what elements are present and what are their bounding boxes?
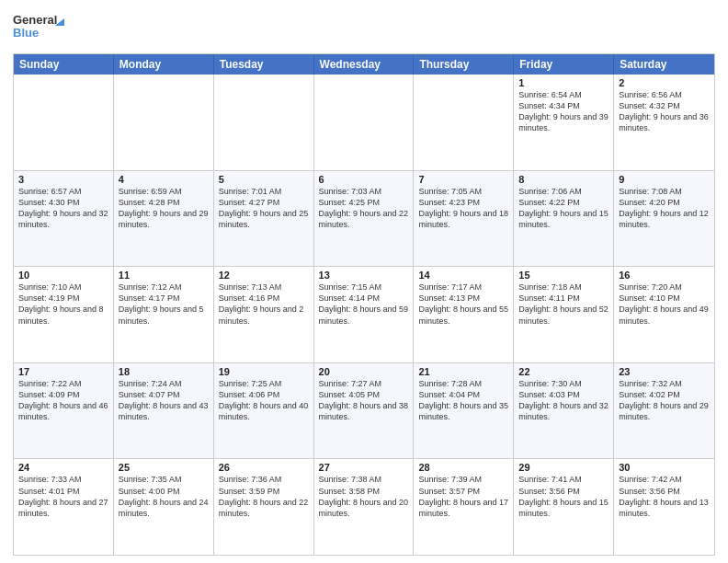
- day-cell-27: 27Sunrise: 7:38 AM Sunset: 3:58 PM Dayli…: [314, 459, 415, 555]
- day-cell-29: 29Sunrise: 7:41 AM Sunset: 3:56 PM Dayli…: [514, 459, 614, 555]
- day-info: Sunrise: 7:10 AM Sunset: 4:19 PM Dayligh…: [18, 282, 108, 327]
- day-number: 1: [518, 77, 609, 88]
- day-cell-8: 8Sunrise: 7:06 AM Sunset: 4:22 PM Daylig…: [514, 171, 614, 267]
- logo: General Blue: [13, 9, 68, 46]
- day-info: Sunrise: 7:22 AM Sunset: 4:09 PM Dayligh…: [18, 378, 108, 423]
- day-info: Sunrise: 7:12 AM Sunset: 4:17 PM Dayligh…: [119, 282, 209, 327]
- day-cell-12: 12Sunrise: 7:13 AM Sunset: 4:16 PM Dayli…: [214, 267, 314, 362]
- day-number: 10: [18, 270, 108, 281]
- day-number: 4: [119, 174, 209, 185]
- day-cell-5: 5Sunrise: 7:01 AM Sunset: 4:27 PM Daylig…: [214, 171, 314, 267]
- day-number: 11: [119, 270, 209, 281]
- day-info: Sunrise: 7:24 AM Sunset: 4:07 PM Dayligh…: [119, 378, 209, 423]
- day-number: 27: [319, 462, 409, 473]
- day-cell-14: 14Sunrise: 7:17 AM Sunset: 4:13 PM Dayli…: [414, 267, 514, 362]
- day-number: 23: [619, 366, 710, 377]
- day-cell-19: 19Sunrise: 7:25 AM Sunset: 4:06 PM Dayli…: [214, 363, 314, 459]
- day-cell-28: 28Sunrise: 7:39 AM Sunset: 3:57 PM Dayli…: [414, 459, 514, 555]
- day-info: Sunrise: 7:17 AM Sunset: 4:13 PM Dayligh…: [418, 282, 508, 327]
- calendar-header-row: SundayMondayTuesdayWednesdayThursdayFrid…: [14, 54, 714, 75]
- header-cell-saturday: Saturday: [614, 54, 714, 75]
- day-info: Sunrise: 7:25 AM Sunset: 4:06 PM Dayligh…: [219, 378, 309, 423]
- day-info: Sunrise: 7:05 AM Sunset: 4:23 PM Dayligh…: [418, 186, 508, 231]
- day-info: Sunrise: 7:42 AM Sunset: 3:56 PM Dayligh…: [619, 474, 710, 519]
- day-info: Sunrise: 7:08 AM Sunset: 4:20 PM Dayligh…: [619, 186, 710, 231]
- day-number: 18: [119, 366, 209, 377]
- day-number: 30: [619, 462, 710, 473]
- day-info: Sunrise: 7:18 AM Sunset: 4:11 PM Dayligh…: [518, 282, 609, 327]
- day-cell-15: 15Sunrise: 7:18 AM Sunset: 4:11 PM Dayli…: [514, 267, 614, 362]
- empty-cell-0-3: [314, 75, 415, 170]
- day-number: 26: [219, 462, 309, 473]
- day-cell-23: 23Sunrise: 7:32 AM Sunset: 4:02 PM Dayli…: [614, 363, 714, 459]
- week-row-1: 1Sunrise: 6:54 AM Sunset: 4:34 PM Daylig…: [14, 75, 714, 171]
- svg-text:Blue: Blue: [13, 26, 39, 40]
- day-cell-4: 4Sunrise: 6:59 AM Sunset: 4:28 PM Daylig…: [114, 171, 214, 267]
- day-info: Sunrise: 7:41 AM Sunset: 3:56 PM Dayligh…: [518, 474, 609, 519]
- day-cell-7: 7Sunrise: 7:05 AM Sunset: 4:23 PM Daylig…: [414, 171, 514, 267]
- day-cell-2: 2Sunrise: 6:56 AM Sunset: 4:32 PM Daylig…: [614, 75, 714, 170]
- day-number: 2: [619, 77, 710, 88]
- day-cell-16: 16Sunrise: 7:20 AM Sunset: 4:10 PM Dayli…: [614, 267, 714, 362]
- day-cell-3: 3Sunrise: 6:57 AM Sunset: 4:30 PM Daylig…: [14, 171, 114, 267]
- empty-cell-0-0: [14, 75, 114, 170]
- day-info: Sunrise: 7:06 AM Sunset: 4:22 PM Dayligh…: [518, 186, 609, 231]
- day-cell-25: 25Sunrise: 7:35 AM Sunset: 4:00 PM Dayli…: [114, 459, 214, 555]
- day-number: 6: [319, 174, 409, 185]
- day-info: Sunrise: 7:28 AM Sunset: 4:04 PM Dayligh…: [418, 378, 508, 423]
- day-info: Sunrise: 6:54 AM Sunset: 4:34 PM Dayligh…: [518, 89, 609, 134]
- empty-cell-0-1: [114, 75, 214, 170]
- day-info: Sunrise: 7:35 AM Sunset: 4:00 PM Dayligh…: [119, 474, 209, 519]
- day-info: Sunrise: 7:13 AM Sunset: 4:16 PM Dayligh…: [219, 282, 309, 327]
- day-info: Sunrise: 6:56 AM Sunset: 4:32 PM Dayligh…: [619, 89, 710, 134]
- day-number: 28: [418, 462, 508, 473]
- day-info: Sunrise: 7:33 AM Sunset: 4:01 PM Dayligh…: [18, 474, 108, 519]
- day-number: 17: [18, 366, 108, 377]
- day-number: 16: [619, 270, 710, 281]
- day-number: 21: [418, 366, 508, 377]
- calendar-body: 1Sunrise: 6:54 AM Sunset: 4:34 PM Daylig…: [14, 75, 714, 555]
- header: General Blue: [13, 9, 715, 46]
- header-cell-wednesday: Wednesday: [314, 54, 415, 75]
- header-cell-friday: Friday: [514, 54, 614, 75]
- day-number: 14: [418, 270, 508, 281]
- day-cell-1: 1Sunrise: 6:54 AM Sunset: 4:34 PM Daylig…: [514, 75, 614, 170]
- day-number: 7: [418, 174, 508, 185]
- week-row-3: 10Sunrise: 7:10 AM Sunset: 4:19 PM Dayli…: [14, 267, 714, 363]
- day-info: Sunrise: 7:36 AM Sunset: 3:59 PM Dayligh…: [219, 474, 309, 519]
- day-number: 3: [18, 174, 108, 185]
- day-info: Sunrise: 7:03 AM Sunset: 4:25 PM Dayligh…: [319, 186, 409, 231]
- day-number: 8: [518, 174, 609, 185]
- day-number: 15: [518, 270, 609, 281]
- week-row-5: 24Sunrise: 7:33 AM Sunset: 4:01 PM Dayli…: [14, 459, 714, 555]
- day-info: Sunrise: 7:01 AM Sunset: 4:27 PM Dayligh…: [219, 186, 309, 231]
- day-number: 22: [518, 366, 609, 377]
- day-cell-11: 11Sunrise: 7:12 AM Sunset: 4:17 PM Dayli…: [114, 267, 214, 362]
- day-cell-22: 22Sunrise: 7:30 AM Sunset: 4:03 PM Dayli…: [514, 363, 614, 459]
- day-info: Sunrise: 7:27 AM Sunset: 4:05 PM Dayligh…: [319, 378, 409, 423]
- svg-text:General: General: [13, 13, 57, 27]
- header-cell-tuesday: Tuesday: [214, 54, 314, 75]
- day-info: Sunrise: 7:20 AM Sunset: 4:10 PM Dayligh…: [619, 282, 710, 327]
- day-number: 9: [619, 174, 710, 185]
- day-info: Sunrise: 6:59 AM Sunset: 4:28 PM Dayligh…: [119, 186, 209, 231]
- day-cell-18: 18Sunrise: 7:24 AM Sunset: 4:07 PM Dayli…: [114, 363, 214, 459]
- day-info: Sunrise: 6:57 AM Sunset: 4:30 PM Dayligh…: [18, 186, 108, 231]
- day-info: Sunrise: 7:39 AM Sunset: 3:57 PM Dayligh…: [418, 474, 508, 519]
- day-info: Sunrise: 7:38 AM Sunset: 3:58 PM Dayligh…: [319, 474, 409, 519]
- page: General Blue SundayMondayTuesdayWednesda…: [0, 0, 728, 563]
- day-number: 24: [18, 462, 108, 473]
- empty-cell-0-4: [414, 75, 514, 170]
- header-cell-sunday: Sunday: [14, 54, 114, 75]
- day-cell-24: 24Sunrise: 7:33 AM Sunset: 4:01 PM Dayli…: [14, 459, 114, 555]
- day-cell-10: 10Sunrise: 7:10 AM Sunset: 4:19 PM Dayli…: [14, 267, 114, 362]
- day-cell-30: 30Sunrise: 7:42 AM Sunset: 3:56 PM Dayli…: [614, 459, 714, 555]
- day-number: 20: [319, 366, 409, 377]
- day-cell-21: 21Sunrise: 7:28 AM Sunset: 4:04 PM Dayli…: [414, 363, 514, 459]
- day-number: 25: [119, 462, 209, 473]
- day-info: Sunrise: 7:30 AM Sunset: 4:03 PM Dayligh…: [518, 378, 609, 423]
- day-cell-13: 13Sunrise: 7:15 AM Sunset: 4:14 PM Dayli…: [314, 267, 415, 362]
- day-info: Sunrise: 7:32 AM Sunset: 4:02 PM Dayligh…: [619, 378, 710, 423]
- day-cell-6: 6Sunrise: 7:03 AM Sunset: 4:25 PM Daylig…: [314, 171, 415, 267]
- day-number: 29: [518, 462, 609, 473]
